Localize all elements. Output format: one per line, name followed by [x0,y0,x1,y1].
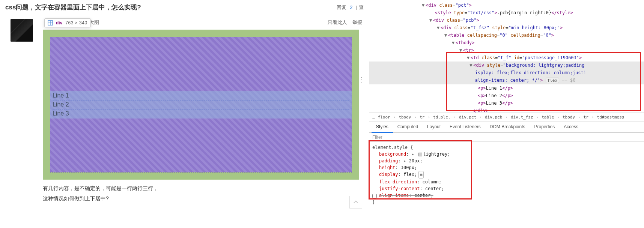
tab-layout[interactable]: Layout [423,122,445,132]
title-bar: css问题，文字在容器里面上下居中，怎么实现? 回复 2 | 查 [0,0,369,14]
color-swatch[interactable] [418,153,422,156]
post-area: xx小 小时前 | 只看大图 只看此人 举报 div 763 × 340 Lin… [5,18,364,203]
tab-dom-breakpoints[interactable]: DOM Breakpoints [485,122,530,132]
styles-body[interactable]: element.style { background: ▸ lightgrey;… [369,142,644,228]
content-line: Line 1 [53,92,349,100]
page-content-pane: css问题，文字在容器里面上下居中，怎么实现? 回复 2 | 查 xx小 小时前… [0,0,369,228]
tab-computed[interactable]: Computed [393,122,423,132]
tab-accessibility[interactable]: Access [559,122,583,132]
grid-icon [48,20,53,26]
elements-panel[interactable]: ▼<div class="pct"> <style type="text/css… [369,0,644,112]
tooltip-tag: div [56,20,62,26]
breadcrumb-item[interactable]: td#postmess [596,114,626,120]
selector-line[interactable]: element.style { [372,144,641,151]
console-ref: == $0 [559,78,575,83]
body-line: 有几行内容，是不确定的，可能是一行两行三行， [43,183,364,194]
styles-filter-row: Filter [369,133,644,142]
content-line: Line 3 [53,109,349,118]
post-body-text: 有几行内容，是不确定的，可能是一行两行三行， 这种情况如何做到上下居中? [43,183,364,203]
dom-node[interactable]: </div> [369,107,644,112]
report-link[interactable]: 举报 [352,20,362,25]
avatar[interactable] [11,19,33,42]
content-highlight: Line 1 Line 2 Line 3 [50,91,352,118]
tab-properties[interactable]: Properties [530,122,560,132]
reply-count: 2 [350,4,352,10]
view-partial[interactable]: 查 [359,4,364,10]
tab-styles[interactable]: Styles [372,122,393,133]
dom-node[interactable]: ▼<tr> [369,46,644,54]
breadcrumb-item[interactable]: tr [582,114,590,120]
selector-close: } [372,199,641,206]
breadcrumb-item[interactable]: table [540,114,555,120]
breadcrumb-item[interactable]: floor [376,114,392,120]
breadcrumb-item[interactable]: tr [418,114,426,120]
css-rule[interactable]: justify-content: center; [372,185,641,192]
element-inspect-tooltip: div 763 × 340 [44,18,91,27]
css-rule[interactable]: background: ▸ lightgrey; [372,151,641,158]
title-right-stats: 回复 2 | 查 [337,4,364,11]
post-meta: xx小 小时前 | 只看大图 [43,18,364,27]
devtools-pane: ▼<div class="pct"> <style type="text/css… [369,0,644,228]
dom-node[interactable]: ▼<table cellspacing="0" cellpadding="0"> [369,32,644,39]
scroll-to-top-button[interactable] [349,196,362,208]
breadcrumb-item[interactable]: tbody [561,114,576,120]
css-rule[interactable]: align-items: center; [372,192,641,199]
dom-node[interactable]: ▼<div class="pct"> [369,2,644,9]
breadcrumb-item[interactable]: tbody [397,114,412,120]
inspected-element-highlight: Line 1 Line 2 Line 3 [43,30,364,180]
post-actions: 只看此人 举报 [324,19,362,26]
body-line: 这种情况如何做到上下居中? [43,194,364,204]
dom-node-selected[interactable]: align-items: center; */"> flex == $0 [369,76,644,84]
tooltip-dimensions: 763 × 340 [65,20,87,26]
css-rule[interactable]: flex-direction: column; [372,178,641,185]
flex-icon[interactable]: ▦ [418,171,424,178]
only-this-user[interactable]: 只看此人 [328,20,347,25]
dom-node-selected[interactable]: isplay: flex;flex-direction: column;just… [369,69,644,76]
styles-tabs: Styles Computed Layout Event Listeners D… [369,122,644,133]
dom-node[interactable]: ▼<tbody> [369,39,644,46]
rule-toggle-checkbox[interactable] [372,194,377,198]
dom-node[interactable]: ▼<div class="t_fsz" style="min-height: 8… [369,24,644,32]
flex-badge[interactable]: flex [546,78,560,83]
margin-highlight: Line 1 Line 2 Line 3 [43,30,359,180]
dom-node[interactable]: ▼<td class="t_f" id="postmessage_1190603… [369,54,644,62]
filter-input[interactable]: Filter [372,135,382,140]
breadcrumb-item[interactable]: div.pcb [483,114,504,120]
css-rule[interactable]: padding: ▸ 20px; [372,158,641,164]
dom-node[interactable]: <p>Line 3</p> [369,99,644,107]
dom-node[interactable]: <p>Line 1</p> [369,84,644,92]
content-line: Line 2 [53,100,349,109]
dom-node-selected[interactable]: ▼<div style="background: lightgrey;paddi… [369,62,644,69]
reply-label[interactable]: 回复 [337,4,346,10]
breadcrumb-ellipsis[interactable]: … [372,115,375,120]
page-title: css问题，文字在容器里面上下居中，怎么实现? [5,3,141,12]
dom-node[interactable]: <p>Line 2</p> [369,92,644,99]
breadcrumb-item[interactable]: div.pct [457,114,478,120]
ellipsis-icon[interactable]: ⋯ [358,76,366,83]
breadcrumb-item[interactable]: td.plc. [432,114,452,120]
breadcrumb-item[interactable]: div.t_fsz [509,114,535,120]
chevron-up-icon [352,199,359,206]
tab-event-listeners[interactable]: Event Listeners [445,122,485,132]
dom-node[interactable]: <style type="text/css">.pcb{margin-right… [369,9,644,16]
dom-node[interactable]: ▼<div class="pcb"> [369,16,644,24]
css-rule[interactable]: display: flex;▦ [372,171,641,178]
elements-breadcrumb[interactable]: … floor› tbody› tr› td.plc.› div.pct› di… [369,112,644,122]
css-rule[interactable]: height: 300px; [372,164,641,171]
